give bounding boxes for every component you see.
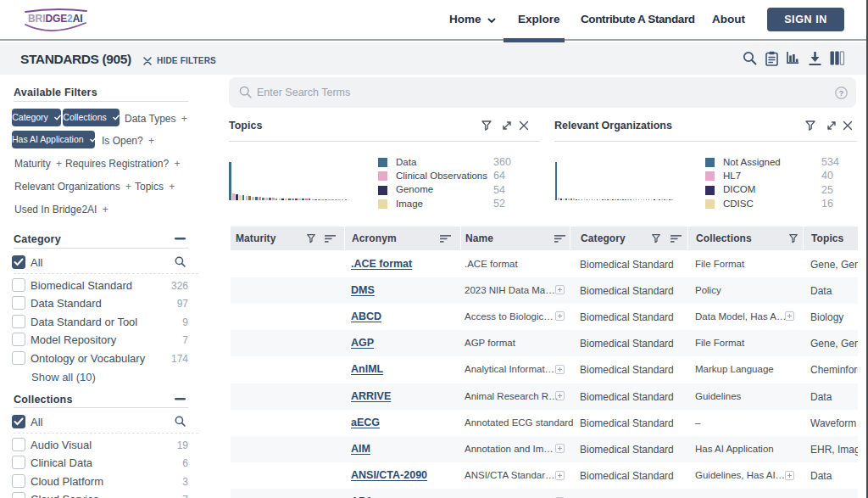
- svg-text:BRIDGE2AI: BRIDGE2AI: [28, 13, 82, 25]
- svg-text:?: ?: [839, 89, 844, 98]
